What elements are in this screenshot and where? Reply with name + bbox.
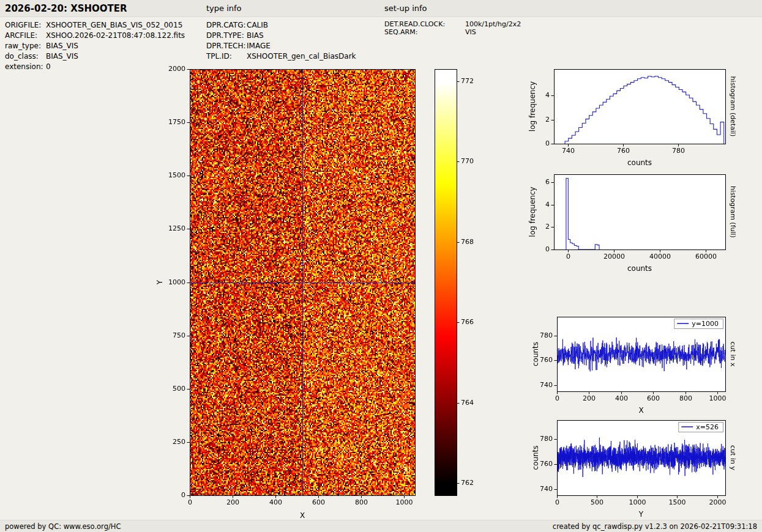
metadata-label: DPR.TECH:	[206, 41, 247, 51]
metadata-value: 0	[46, 62, 51, 72]
histogram-detail-plot	[526, 63, 738, 169]
metadata-label: DPR.CATG:	[206, 20, 247, 31]
type-info-heading: type info	[206, 0, 242, 17]
metadata-row: ORIGFILE:XSHOOTER_GEN_BIAS_VIS_052_0015	[5, 20, 185, 31]
metadata-row: DPR.CATG:CALIB	[206, 20, 356, 31]
metadata-row: SEQ.ARM:VIS	[384, 28, 521, 36]
metadata-row: DPR.TYPE:BIAS	[206, 31, 356, 41]
metadata-value: IMAGE	[247, 41, 271, 51]
metadata-value: 100k/1pt/hg/2x2	[465, 20, 521, 28]
footer-bar: powered by QC: www.eso.org/HC created by…	[0, 520, 762, 532]
metadata-row: TPL.ID:XSHOOTER_gen_cal_BiasDark	[206, 51, 356, 62]
metadata-value: XSHOOTER_gen_cal_BiasDark	[247, 51, 356, 62]
metadata-row: ARCFILE:XSHOO.2026-02-21T08:47:08.122.fi…	[5, 31, 185, 41]
metadata-value: BIAS	[247, 31, 264, 41]
setup-info-block: DET.READ.CLOCK:100k/1pt/hg/2x2SEQ.ARM:VI…	[384, 20, 521, 36]
type-info-block: DPR.CATG:CALIBDPR.TYPE:BIASDPR.TECH:IMAG…	[206, 20, 356, 62]
metadata-value: XSHOO.2026-02-21T08:47:08.122.fits	[46, 31, 185, 41]
metadata-value: XSHOOTER_GEN_BIAS_VIS_052_0015	[46, 20, 182, 31]
histogram-full-plot	[526, 168, 738, 275]
metadata-row: do_class:BIAS_VIS	[5, 51, 185, 62]
bias-image-plot	[152, 63, 421, 526]
header-bar: 2026-02-20: XSHOOTER type info set-up in…	[0, 0, 762, 17]
cut-in-y-plot	[526, 414, 738, 521]
metadata-label: SEQ.ARM:	[384, 28, 465, 36]
metadata-label: extension:	[5, 62, 46, 72]
metadata-row: DPR.TECH:IMAGE	[206, 41, 356, 51]
metadata-label: DET.READ.CLOCK:	[384, 20, 465, 28]
metadata-value: BIAS_VIS	[46, 41, 78, 51]
metadata-row: DET.READ.CLOCK:100k/1pt/hg/2x2	[384, 20, 521, 28]
footer-right: created by qc_rawdisp.py v1.2.3 on 2026-…	[553, 522, 757, 531]
metadata-value: VIS	[465, 28, 476, 36]
footer-left: powered by QC: www.eso.org/HC	[5, 522, 121, 531]
metadata-value: CALIB	[247, 20, 268, 31]
cut-in-x-plot	[526, 311, 738, 418]
metadata-label: ARCFILE:	[5, 31, 46, 41]
metadata-row: raw_type:BIAS_VIS	[5, 41, 185, 51]
metadata-value: BIAS_VIS	[46, 51, 78, 62]
metadata-label: DPR.TYPE:	[206, 31, 247, 41]
setup-info-heading: set-up info	[384, 0, 427, 17]
metadata-label: do_class:	[5, 51, 46, 62]
metadata-label: ORIGFILE:	[5, 20, 46, 31]
page-title: 2026-02-20: XSHOOTER	[5, 0, 127, 17]
colorbar	[428, 63, 487, 526]
metadata-label: raw_type:	[5, 41, 46, 51]
metadata-label: TPL.ID:	[206, 51, 247, 62]
